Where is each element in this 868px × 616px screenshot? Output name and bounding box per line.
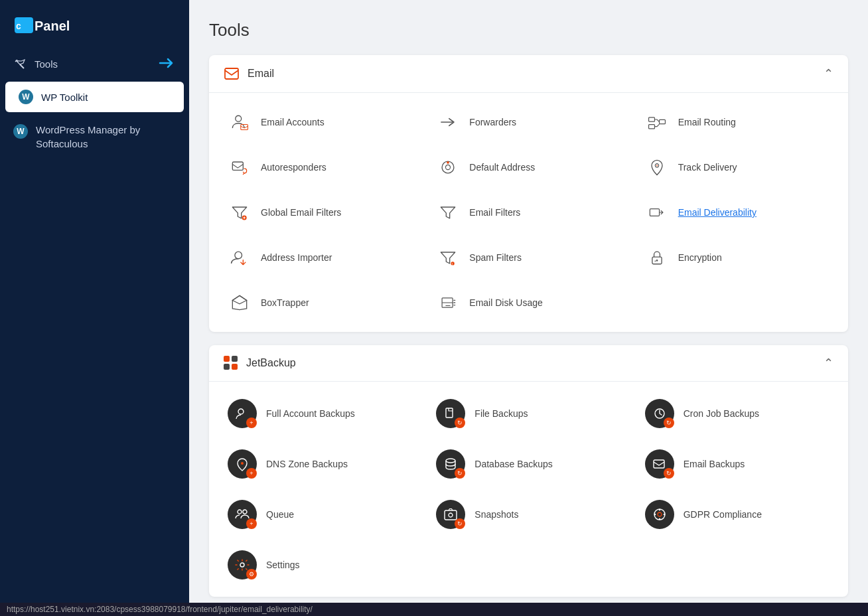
svg-rect-9: [648, 117, 654, 121]
tool-full-account-backups[interactable]: + Full Account Backups: [216, 388, 424, 439]
sidebar-item-wp-toolkit[interactable]: W WP Toolkit: [5, 82, 184, 112]
email-section-header[interactable]: Email ⌃: [209, 55, 848, 93]
tool-snapshots[interactable]: ↻ Snapshots: [424, 489, 632, 540]
sidebar-item-wordpress-manager[interactable]: W WordPress Manager by Softaculous: [0, 114, 189, 159]
tool-cron-job-backups[interactable]: ↻ Cron Job Backups: [633, 388, 841, 439]
boxtrapper-icon: [228, 291, 252, 315]
svg-rect-5: [225, 68, 238, 79]
address-importer-label: Address Importer: [261, 252, 332, 263]
tool-database-backups[interactable]: ↻ Database Backups: [424, 439, 632, 489]
statusbar: https://host251.vietnix.vn:2083/cpsess39…: [0, 603, 868, 616]
svg-point-50: [658, 509, 660, 511]
encryption-icon: [645, 246, 669, 270]
tool-email-backups[interactable]: ↻ Email Backups: [633, 439, 841, 489]
autoresponders-icon: [228, 155, 252, 179]
svg-point-40: [446, 459, 455, 463]
svg-marker-29: [232, 295, 246, 303]
tool-address-importer[interactable]: Address Importer: [216, 235, 424, 280]
tool-dns-zone-backups[interactable]: + DNS Zone Backups: [216, 439, 424, 489]
jetbackup-tools-grid: + Full Account Backups ↻ File Backups: [209, 382, 848, 597]
tool-forwarders[interactable]: Forwarders: [424, 100, 632, 145]
email-section: Email ⌃ Email Accounts: [209, 55, 848, 332]
address-importer-icon: [228, 246, 252, 270]
wordpress-manager-label: WordPress Manager by Softaculous: [36, 123, 176, 151]
email-disk-usage-label: Email Disk Usage: [469, 297, 542, 308]
tool-email-routing[interactable]: Email Routing: [633, 100, 841, 145]
email-accounts-label: Email Accounts: [261, 117, 325, 127]
tool-encryption[interactable]: Encryption: [633, 235, 841, 280]
wp-toolkit-icon: W: [19, 90, 33, 104]
wordpress-manager-icon: W: [13, 124, 28, 139]
tool-autoresponders[interactable]: Autoresponders: [216, 145, 424, 190]
jetbackup-section-icon: [224, 356, 238, 370]
wp-toolkit-label: WP Toolkit: [41, 92, 88, 103]
svg-point-15: [447, 161, 450, 164]
svg-point-17: [656, 165, 658, 166]
email-deliverability-icon: [645, 200, 669, 224]
sidebar-item-tools[interactable]: Tools: [0, 48, 189, 80]
global-email-filters-icon: [228, 200, 252, 224]
email-backups-label: Email Backups: [684, 459, 745, 469]
main-content: Tools Email ⌃: [189, 0, 868, 616]
email-routing-label: Email Routing: [678, 117, 736, 127]
tool-global-email-filters[interactable]: Global Email Filters: [216, 190, 424, 235]
tool-file-backups[interactable]: ↻ File Backups: [424, 388, 632, 439]
jetbackup-section: JetBackup ⌃ + Full Account Backups: [209, 345, 848, 597]
jetbackup-section-header[interactable]: JetBackup ⌃: [209, 345, 848, 382]
tool-gdpr-compliance[interactable]: GDPR Compliance: [633, 489, 841, 540]
email-deliverability-label: Email Deliverability: [678, 207, 757, 218]
queue-label: Queue: [266, 509, 294, 520]
svg-rect-37: [446, 408, 453, 418]
statusbar-url: https://host251.vietnix.vn:2083/cpsess39…: [7, 605, 313, 614]
email-section-header-left: Email: [224, 66, 274, 82]
spam-filters-label: Spam Filters: [469, 252, 522, 263]
tool-settings-jet[interactable]: ⚙ Settings: [216, 540, 424, 590]
default-address-icon: [436, 155, 460, 179]
svg-rect-10: [648, 125, 654, 129]
svg-point-14: [446, 165, 451, 169]
svg-rect-12: [232, 162, 243, 170]
jetbackup-section-header-left: JetBackup: [224, 356, 296, 370]
tool-email-filters[interactable]: Email Filters: [424, 190, 632, 235]
svg-point-52: [240, 563, 244, 567]
svg-point-39: [241, 462, 244, 465]
svg-point-45: [449, 513, 453, 517]
page-title: Tools: [209, 20, 848, 40]
tool-default-address[interactable]: Default Address: [424, 145, 632, 190]
gdpr-compliance-icon: [645, 500, 674, 529]
email-routing-icon: [645, 110, 669, 134]
tools-label: Tools: [35, 58, 58, 70]
tool-boxtrapper[interactable]: BoxTrapper: [216, 280, 424, 325]
tool-email-deliverability[interactable]: Email Deliverability: [633, 190, 841, 235]
svg-point-43: [243, 510, 247, 514]
arrow-indicator: [157, 56, 176, 72]
tool-queue[interactable]: + Queue: [216, 489, 424, 540]
cron-job-backups-icon: ↻: [645, 399, 674, 428]
svg-rect-11: [659, 119, 665, 123]
snapshots-icon: ↻: [436, 500, 465, 529]
global-email-filters-label: Global Email Filters: [261, 207, 341, 218]
forwarders-label: Forwarders: [469, 117, 516, 127]
database-backups-icon: ↻: [436, 449, 465, 479]
tool-email-accounts[interactable]: Email Accounts: [216, 100, 424, 145]
spam-filters-icon: !: [436, 246, 460, 270]
email-section-icon: [224, 66, 240, 82]
email-section-label: Email: [248, 68, 274, 80]
svg-point-27: [656, 260, 658, 262]
full-account-backups-label: Full Account Backups: [266, 408, 355, 419]
settings-jet-icon: ⚙: [228, 550, 257, 579]
tool-email-disk-usage[interactable]: Email Disk Usage: [424, 280, 632, 325]
sidebar: c Panel Tools W WP Toolkit W WordPress M…: [0, 0, 189, 616]
svg-rect-21: [650, 209, 659, 216]
svg-point-46: [654, 509, 665, 520]
file-backups-icon: ↻: [436, 399, 465, 428]
svg-point-42: [238, 510, 242, 514]
forwarders-icon: [436, 110, 460, 134]
svg-point-47: [658, 512, 662, 516]
email-disk-usage-icon: [436, 291, 460, 315]
track-delivery-icon: [645, 155, 669, 179]
tool-track-delivery[interactable]: Track Delivery: [633, 145, 841, 190]
boxtrapper-label: BoxTrapper: [261, 297, 309, 308]
queue-icon: +: [228, 500, 257, 529]
tool-spam-filters[interactable]: ! Spam Filters: [424, 235, 632, 280]
